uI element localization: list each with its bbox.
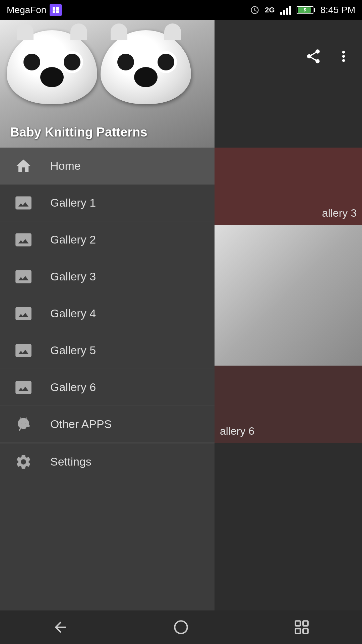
menu-label-gallery4: Gallery 4: [50, 307, 96, 320]
status-bar-right: 2G 8:45 PM: [250, 5, 355, 15]
share-icon: [305, 48, 322, 65]
menu-item-gallery2[interactable]: Gallery 2: [0, 221, 215, 258]
svg-rect-3: [56, 10, 59, 13]
image-icon-2: [13, 230, 34, 250]
image-icon-6: [13, 377, 34, 397]
drawer-menu: Home Gallery 1 Gallery 2: [0, 148, 215, 644]
right-thumb-2: allery 3: [215, 148, 362, 225]
carrier-name: MegaFon: [7, 5, 46, 15]
menu-item-settings[interactable]: Settings: [0, 443, 215, 480]
image-icon-1: [13, 193, 34, 213]
drawer-header-title: Baby Knitting Patterns: [10, 125, 147, 140]
svg-rect-6: [303, 621, 308, 626]
home-nav-icon: [173, 619, 189, 636]
status-time: 8:45 PM: [320, 5, 355, 15]
network-type: 2G: [265, 6, 275, 14]
carrier-icon: [50, 4, 62, 16]
drawer-header: Baby Knitting Patterns: [0, 20, 215, 148]
svg-rect-8: [295, 629, 300, 634]
charging-icon: [302, 7, 308, 13]
menu-label-otherapps: Other APPS: [50, 418, 112, 431]
share-button[interactable]: [305, 48, 322, 66]
image-icon-5: [13, 340, 34, 361]
gallery6-label: allery 6: [220, 425, 254, 437]
back-button[interactable]: [40, 614, 80, 641]
android-icon: [13, 414, 34, 434]
status-bar-left: MegaFon: [7, 4, 62, 16]
svg-rect-7: [303, 629, 308, 634]
menu-label-gallery5: Gallery 5: [50, 344, 96, 357]
menu-label-home: Home: [50, 159, 81, 172]
menu-item-otherapps[interactable]: Other APPS: [0, 406, 215, 443]
menu-item-gallery1[interactable]: Gallery 1: [0, 184, 215, 221]
menu-item-gallery5[interactable]: Gallery 5: [0, 332, 215, 369]
more-button[interactable]: [335, 48, 352, 66]
shoe-right-drawer: [101, 30, 191, 104]
menu-item-gallery3[interactable]: Gallery 3: [0, 258, 215, 295]
recent-button[interactable]: [282, 614, 322, 641]
home-button[interactable]: [161, 614, 201, 641]
battery-icon: [297, 6, 315, 14]
shoe-left-drawer: [7, 30, 97, 104]
signal-bars: [280, 5, 291, 15]
image-icon-4: [13, 304, 34, 324]
menu-item-gallery4[interactable]: Gallery 4: [0, 295, 215, 332]
svg-rect-2: [53, 10, 55, 13]
right-thumb-4: allery 6: [215, 366, 362, 443]
status-bar: MegaFon 2G 8:45 PM: [0, 0, 362, 20]
image-icon-3: [13, 267, 34, 287]
menu-item-home[interactable]: Home: [0, 148, 215, 184]
menu-label-gallery2: Gallery 2: [50, 233, 96, 246]
gallery3-label: allery 3: [322, 207, 357, 219]
bottom-nav: [0, 610, 362, 644]
menu-label-gallery3: Gallery 3: [50, 270, 96, 283]
nav-drawer: Baby Knitting Patterns Home Gallery 1: [0, 20, 215, 644]
back-icon: [52, 619, 69, 636]
menu-label-settings: Settings: [50, 455, 92, 468]
menu-label-gallery1: Gallery 1: [50, 196, 96, 209]
svg-rect-1: [56, 7, 59, 10]
settings-icon: [13, 452, 34, 472]
menu-label-gallery6: Gallery 6: [50, 381, 96, 394]
svg-point-4: [175, 621, 187, 634]
right-thumb-3: [215, 225, 362, 366]
more-icon: [335, 48, 352, 65]
hero-title-text: Baby Knitting Patterns: [10, 125, 147, 139]
svg-rect-0: [53, 7, 55, 10]
svg-rect-5: [295, 621, 300, 626]
home-icon: [13, 156, 34, 176]
recent-icon: [293, 619, 310, 636]
alarm-icon: [250, 5, 259, 15]
menu-item-gallery6[interactable]: Gallery 6: [0, 369, 215, 406]
